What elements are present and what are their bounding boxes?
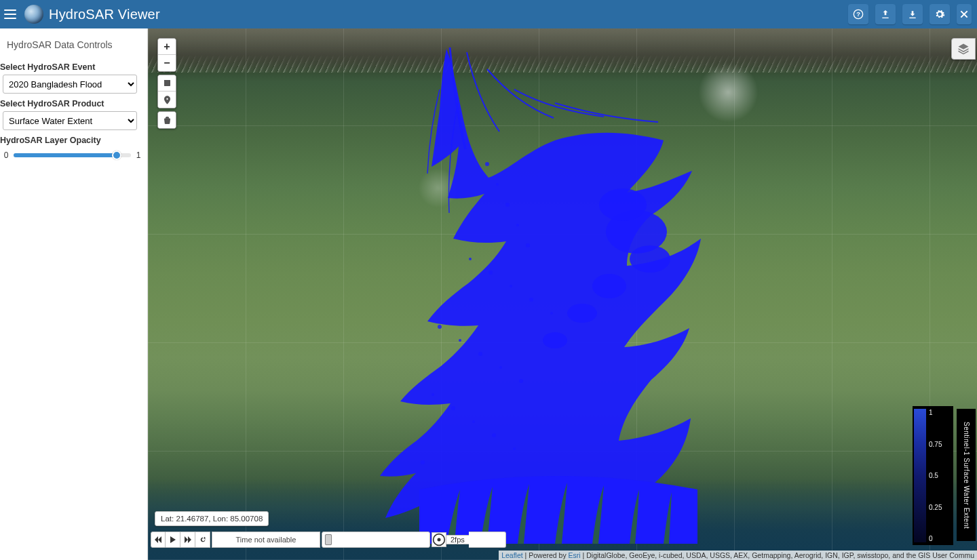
product-select[interactable]: Surface Water Extent: [3, 111, 137, 130]
event-label: Select HydroSAR Event: [0, 62, 145, 72]
fps-decrease-button[interactable]: [432, 532, 446, 547]
time-controls: Time not available 2fps: [151, 532, 773, 548]
clear-layers-button[interactable]: [158, 112, 176, 128]
map-attribution: Leaflet | Powered by Esri | DigitalGlobe…: [499, 551, 977, 560]
opacity-min: 0: [3, 151, 9, 160]
layers-button[interactable]: [951, 38, 976, 60]
opacity-slider[interactable]: [14, 149, 131, 161]
legend-tick: 1: [929, 409, 952, 416]
app-title: HydroSAR Viewer: [49, 7, 160, 22]
product-label: Select HydroSAR Product: [0, 99, 145, 108]
opacity-label: HydroSAR Layer Opacity: [0, 136, 145, 145]
svg-rect-29: [164, 80, 170, 85]
svg-point-31: [438, 538, 441, 542]
map-view[interactable]: + − Lat: 21.46787, Lon: 85.00708: [148, 28, 977, 560]
esri-link[interactable]: Esri: [569, 551, 581, 559]
time-display: Time not available: [212, 532, 320, 548]
svg-text:?: ?: [856, 11, 860, 18]
app-header: HydroSAR Viewer ?: [0, 0, 977, 28]
legend-tick: 0.5: [929, 472, 952, 479]
settings-button[interactable]: [930, 4, 950, 24]
help-button[interactable]: ?: [848, 4, 868, 24]
legend-tick: 0.25: [929, 504, 952, 511]
zoom-in-button[interactable]: +: [158, 39, 176, 55]
graticule: [148, 28, 977, 560]
home-extent-button[interactable]: [158, 75, 176, 92]
zoom-out-button[interactable]: −: [158, 55, 176, 71]
fps-label: 2fps: [446, 535, 469, 544]
sidebar-title: HydroSAR Data Controls: [0, 33, 145, 57]
sidebar: HydroSAR Data Controls Select HydroSAR E…: [0, 28, 148, 560]
leaflet-link[interactable]: Leaflet: [501, 551, 523, 559]
legend-title: Sentinel-1 Surface Water Extent: [957, 409, 976, 541]
time-slider[interactable]: [322, 532, 430, 548]
upload-button[interactable]: [875, 4, 896, 24]
download-button[interactable]: [902, 4, 923, 24]
menu-button[interactable]: [4, 9, 16, 19]
legend-gradient: [914, 409, 926, 542]
app-logo: [24, 5, 43, 24]
event-select[interactable]: 2020 Bangladesh Flood: [3, 75, 137, 94]
fps-input[interactable]: [469, 532, 506, 548]
legend-tick: 0: [929, 535, 952, 542]
close-button[interactable]: [957, 4, 972, 24]
time-prev-button[interactable]: [151, 532, 166, 548]
legend-tick: 0.75: [929, 441, 952, 448]
time-loop-button[interactable]: [195, 532, 210, 548]
cursor-coordinates: Lat: 21.46787, Lon: 85.00708: [155, 511, 269, 526]
locate-button[interactable]: [158, 92, 176, 108]
color-legend: 1 0.75 0.5 0.25 0: [913, 406, 953, 545]
time-next-button[interactable]: [180, 532, 195, 548]
opacity-max: 1: [135, 151, 142, 160]
time-play-button[interactable]: [166, 532, 180, 548]
